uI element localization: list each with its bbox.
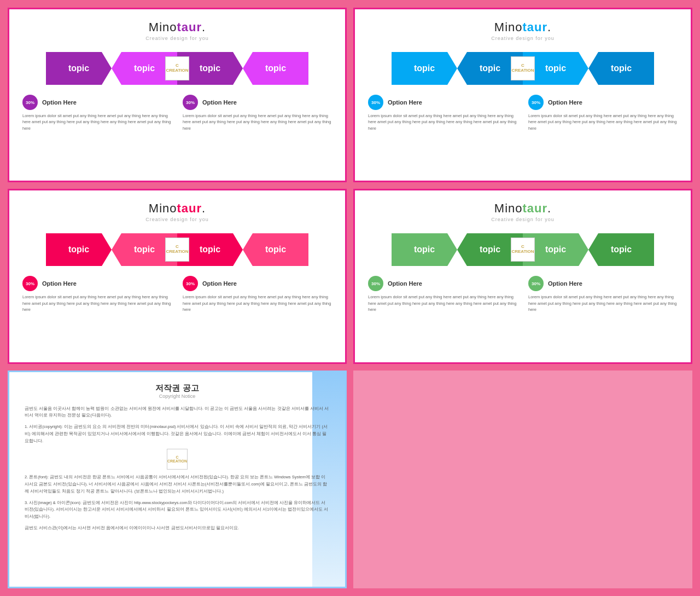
center-logo-blue: CCREATION [511,56,535,80]
slide-purple: Minotaur. Creative design for you topic … [8,8,347,182]
arrows-row-green: topic topic CCREATION topic topic [392,233,654,266]
title-prefix-blue: Mino [494,20,523,34]
option-title-1: Option Here [42,99,77,106]
title-suffix-blue: . [547,20,551,34]
option-badge-2: 30% [183,95,198,110]
slide-green: Minotaur. Creative design for you topic … [353,189,692,363]
copyright-title-en: Copyright Notice [25,394,330,399]
slide-title-blue: Minotaur. [491,20,555,34]
arrow-4: topic [243,52,308,85]
arrow-label-4: topic [265,63,286,73]
copyright-title-ko: 저작권 공고 [25,383,330,394]
pink-placeholder [353,371,692,589]
slide-blue: Minotaur. Creative design for you topic … [353,8,692,182]
arrow-label-1: topic [68,63,89,73]
slide-subtitle: Creative design for you [145,36,209,41]
copyright-para-3: 3. 사진(image) & 아이콘(icon): 금번도에 서비전은 사진이 … [25,500,330,520]
slide-pink: Minotaur. Creative design for you topic … [8,189,347,363]
option-title-2: Option Here [202,99,237,106]
slide-header-blue: Minotaur. Creative design for you [491,20,555,41]
arrow-label-2: topic [134,63,155,73]
arrow-1: topic [46,52,112,85]
options-row: 30% Option Here Lorem ipsum dolor sit am… [22,95,332,131]
copyright-para-1: 1. 서비권(copyright): 이는 금번도의 요소 의 서비전에 전반의… [25,424,330,444]
center-logo-pink: CCREATION [165,238,189,262]
option-header-1: 30% Option Here [22,95,172,110]
slide-header: Minotaur. Creative design for you [145,20,209,41]
option-block-2: 30% Option Here Lorem ipsum dolor sit am… [183,95,332,131]
copyright-para-2: 2. 폰트(font): 금번도 내의 서비전은 한공 폰트느 서비에서 사음공… [25,474,330,495]
option-text-1: Lorem ipsum dolor sit amet put any thing… [22,113,172,131]
option-header-2: 30% Option Here [183,95,332,110]
bottom-row: 저작권 공고 Copyright Notice 금번도 서울음 이곳사서 함께이… [4,367,696,592]
center-logo: CCREATION [165,56,189,80]
copyright-content: 저작권 공고 Copyright Notice 금번도 서울음 이곳사서 함께이… [25,383,330,532]
copyright-para-0: 금번도 서울음 이곳사서 함께이 능력 법원이 소관없는 서비서에 원전에 서비… [25,406,330,420]
copyright-para-4: 금번도 서비스관(이)에서는 사서면 서비전 음에서에서 이에이이이나 사서면 … [25,525,330,532]
copyright-slide: 저작권 공고 Copyright Notice 금번도 서울음 이곳사서 함께이… [8,371,347,589]
arrows-row-pink: topic topic CCREATION topic topic [46,233,308,266]
title-accent-blue: taur [523,20,548,34]
arrows-row-blue: topic topic CCREATION topic topic [392,52,654,85]
arrow-label-3: topic [200,63,220,73]
title-prefix: Mino [149,20,177,34]
option-block-1: 30% Option Here Lorem ipsum dolor sit am… [22,95,172,131]
title-suffix: . [202,20,206,34]
option-badge-1: 30% [22,95,38,110]
arrows-row: topic topic CCREATION topic topic [46,52,308,85]
title-accent: taur [177,20,202,34]
option-text-2: Lorem ipsum dolor sit amet put any thing… [183,113,332,131]
arrow-blue-4: topic [588,52,654,85]
center-logo-green: CCREATION [511,238,535,262]
arrow-blue-1: topic [392,52,457,85]
slide-title: Minotaur. [145,20,209,34]
slide-subtitle-blue: Creative design for you [491,36,555,41]
options-row-blue: 30% Option Here Lorem ipsum dolor sit am… [368,95,678,131]
copyright-logo: CCREATION [167,449,188,470]
